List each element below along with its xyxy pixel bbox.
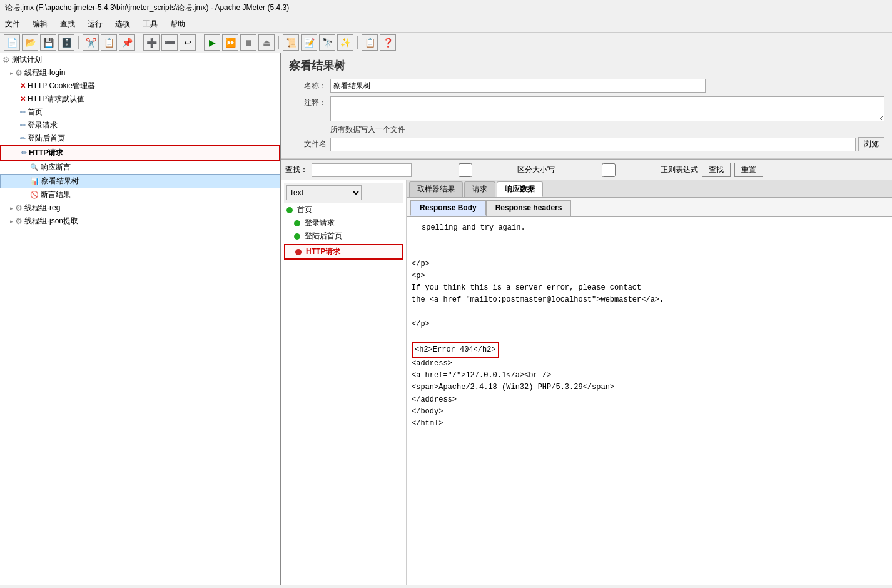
result-http-req[interactable]: HTTP请求 xyxy=(284,244,403,260)
tree-node-thread-login[interactable]: ▸ ⚙ 线程组-login xyxy=(0,66,280,79)
view-results-icon: 📊 xyxy=(31,177,39,185)
tree-node-assert-resp[interactable]: 🔍 响应断言 xyxy=(0,161,280,174)
file-label: 文件名 xyxy=(289,139,327,150)
http-req-icon: ✏ xyxy=(21,149,27,157)
home-label: 首页 xyxy=(28,107,43,118)
toolbar: 📄 📂 💾 🗄️ ✂️ 📋 📌 ➕ ➖ ↩ ▶ ⏩ ⏹ ⏏ 📜 📝 🔭 ✨ 📋 … xyxy=(0,33,892,53)
content-line-0: spelling and try again. xyxy=(412,222,887,234)
sub-tab-response-body[interactable]: Response Body xyxy=(410,200,486,216)
tree-node-post-login[interactable]: ✏ 登陆后首页 xyxy=(0,132,280,145)
tree-node-http-default[interactable]: ✕ HTTP请求默认值 xyxy=(0,93,280,106)
menu-search[interactable]: 查找 xyxy=(58,18,78,31)
tab-request[interactable]: 请求 xyxy=(464,181,495,197)
search-input[interactable] xyxy=(312,163,412,177)
sub-tab-response-headers[interactable]: Response headers xyxy=(486,200,572,216)
content-line-14: </address> xyxy=(412,394,887,406)
list-button[interactable]: 📋 xyxy=(362,34,378,51)
case-sensitive-checkbox[interactable] xyxy=(415,163,515,177)
post-login-icon: ✏ xyxy=(20,134,26,143)
regex-checkbox[interactable] xyxy=(559,163,659,177)
menu-run[interactable]: 运行 xyxy=(85,18,105,31)
search-icon-button[interactable]: 🔭 xyxy=(319,34,335,51)
thread-login-icon: ⚙ xyxy=(15,68,23,78)
result-post-login-status-icon xyxy=(294,233,300,240)
content-line-1 xyxy=(412,234,887,246)
thread-login-expand-icon: ▸ xyxy=(10,70,13,76)
result-login-req[interactable]: 登录请求 xyxy=(284,216,403,230)
name-row: 名称： xyxy=(289,77,884,94)
save-as-button[interactable]: 🗄️ xyxy=(58,34,74,51)
write-all-row: 所有数据写入一个文件 xyxy=(289,123,884,135)
tab-sampler-result[interactable]: 取样器结果 xyxy=(409,181,463,197)
assert-resp-label: 响应断言 xyxy=(41,162,71,173)
result-post-login[interactable]: 登陆后首页 xyxy=(284,230,403,243)
left-results-panel: Text HTML JSON XML 首页 登录请求 xyxy=(281,180,407,585)
rp-header: 察看结果树 名称： 注释： 所有数据写入一个文件 文件名 浏览 xyxy=(281,53,892,159)
search-label: 查找： xyxy=(285,165,308,175)
tree-node-login-req[interactable]: ✏ 登录请求 xyxy=(0,119,280,132)
tree-node-http-cookie[interactable]: ✕ HTTP Cookie管理器 xyxy=(0,79,280,93)
stop-button[interactable]: ⏹ xyxy=(240,34,256,51)
result-login-label: 登录请求 xyxy=(305,218,335,228)
menu-file[interactable]: 文件 xyxy=(3,18,23,31)
thread-login-label: 线程组-login xyxy=(24,68,65,78)
reset-button[interactable]: 重置 xyxy=(734,163,763,177)
content-line-7 xyxy=(412,306,887,318)
save-button[interactable]: 💾 xyxy=(40,34,56,51)
run-button[interactable]: ▶ xyxy=(204,34,220,51)
open-button[interactable]: 📂 xyxy=(22,34,38,51)
run-no-pause-button[interactable]: ⏩ xyxy=(222,34,238,51)
thread-json-label: 线程组-json提取 xyxy=(24,216,78,226)
content-line-5: If you think this is a server error, ple… xyxy=(412,282,887,294)
post-login-label: 登陆后首页 xyxy=(28,133,65,144)
content-line-11: <address> xyxy=(412,358,887,370)
menu-options[interactable]: 选项 xyxy=(113,18,133,31)
magic-button[interactable]: ✨ xyxy=(337,34,353,51)
sep4 xyxy=(278,36,279,49)
home-icon: ✏ xyxy=(20,108,26,116)
menu-tools[interactable]: 工具 xyxy=(140,18,160,31)
tree-node-http-req[interactable]: ✏ HTTP请求 xyxy=(0,145,280,161)
find-button[interactable]: 查找 xyxy=(702,163,731,177)
display-type-select[interactable]: Text HTML JSON XML xyxy=(286,185,362,200)
content-line-error: <h2>Error 404</h2> xyxy=(412,342,887,358)
undo-button[interactable]: ↩ xyxy=(180,34,196,51)
help-toolbar-button[interactable]: ❓ xyxy=(380,34,396,51)
tree-node-view-results[interactable]: 📊 察看结果树 xyxy=(0,174,280,188)
paste-button[interactable]: 📌 xyxy=(119,34,135,51)
tree-node-home[interactable]: ✏ 首页 xyxy=(0,106,280,119)
thread-reg-label: 线程组-reg xyxy=(24,203,60,213)
browse-button[interactable]: 浏览 xyxy=(858,137,884,151)
content-line-13: <span>Apache/2.4.18 (Win32) PHP/5.3.29</… xyxy=(412,382,887,393)
title-text: 论坛.jmx (F:\apache-jmeter-5.4.3\bin\jmete… xyxy=(5,3,289,12)
shutdown-button[interactable]: ⏏ xyxy=(258,34,275,51)
tree-node-assert-results[interactable]: 🚫 断言结果 xyxy=(0,188,280,201)
cut-button[interactable]: ✂️ xyxy=(83,34,99,51)
result-post-login-label: 登陆后首页 xyxy=(305,231,342,241)
content-line-3: </p> xyxy=(412,258,887,270)
menu-help[interactable]: 帮助 xyxy=(168,18,188,31)
content-line-16: </html> xyxy=(412,418,887,430)
file-input[interactable] xyxy=(330,138,856,151)
login-req-label: 登录请求 xyxy=(28,120,58,131)
case-sensitive-label: 区分大小写 xyxy=(415,163,555,177)
copy-button[interactable]: 📋 xyxy=(101,34,117,51)
name-input[interactable] xyxy=(330,79,706,93)
sep1 xyxy=(78,36,79,49)
tree-node-test-plan[interactable]: ⚙ 测试计划 xyxy=(0,53,280,66)
script2-button[interactable]: 📝 xyxy=(301,34,317,51)
title-bar: 论坛.jmx (F:\apache-jmeter-5.4.3\bin\jmete… xyxy=(0,0,892,16)
remove-button[interactable]: ➖ xyxy=(161,34,178,51)
result-home[interactable]: 首页 xyxy=(284,203,403,216)
comment-input[interactable] xyxy=(330,96,884,121)
tree-node-thread-json[interactable]: ▸ ⚙ 线程组-json提取 xyxy=(0,215,280,228)
menu-edit[interactable]: 编辑 xyxy=(30,18,50,31)
tree-node-thread-reg[interactable]: ▸ ⚙ 线程组-reg xyxy=(0,201,280,215)
content-line-15: </body> xyxy=(412,406,887,418)
assert-results-icon: 🚫 xyxy=(30,191,39,199)
script-button[interactable]: 📜 xyxy=(283,34,299,51)
add-button[interactable]: ➕ xyxy=(143,34,160,51)
tab-response-data[interactable]: 响应数据 xyxy=(497,181,543,197)
new-button[interactable]: 📄 xyxy=(4,34,20,51)
annotation-row: 注释： xyxy=(289,94,884,123)
